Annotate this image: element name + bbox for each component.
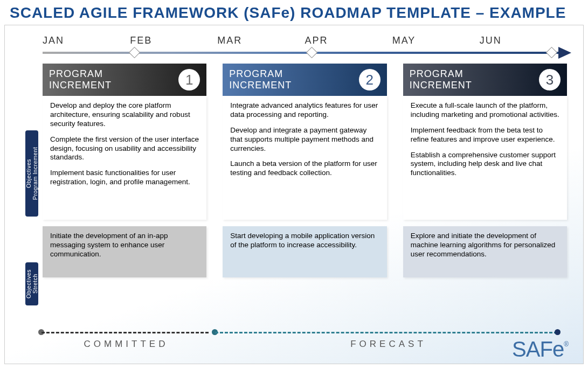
increment-header: PROGRAMINCREMENT 2 bbox=[223, 64, 386, 96]
status-row bbox=[37, 330, 562, 336]
objective-text: Develop and deploy the core platform arc… bbox=[50, 101, 199, 129]
objectives-box: Integrate advanced analytics features fo… bbox=[223, 96, 386, 220]
stretch-box: Explore and initiate the development of … bbox=[403, 226, 567, 277]
status-forecast-label: FORECAST bbox=[215, 339, 562, 350]
month-label: JUN bbox=[480, 35, 567, 46]
increment-number-badge: 2 bbox=[359, 69, 381, 90]
objective-text: Execute a full-scale launch of the platf… bbox=[411, 101, 559, 120]
stretch-box: Start developing a mobile application ve… bbox=[223, 226, 386, 277]
month-label: MAY bbox=[392, 35, 480, 46]
increment-column: PROGRAMINCREMENT 2 Integrate advanced an… bbox=[223, 64, 386, 277]
page-title: SCALED AGILE FRAMEWORK (SAFe) ROADMAP TE… bbox=[4, 4, 584, 22]
month-label: MAR bbox=[217, 35, 305, 46]
increments-row: PROGRAMINCREMENT 1 Develop and deploy th… bbox=[5, 64, 583, 277]
increment-title: PROGRAMINCREMENT bbox=[410, 68, 472, 90]
timeline-arrow bbox=[43, 45, 572, 61]
status-committed-label: COMMITTED bbox=[37, 339, 215, 350]
months-row: JAN FEB MAR APR MAY JUN bbox=[5, 25, 583, 46]
objectives-box: Execute a full-scale launch of the platf… bbox=[403, 96, 567, 220]
increment-column: PROGRAMINCREMENT 1 Develop and deploy th… bbox=[43, 64, 206, 277]
objective-text: Develop and integrate a payment gateway … bbox=[230, 126, 379, 154]
month-label: APR bbox=[305, 35, 392, 46]
increment-title: PROGRAMINCREMENT bbox=[229, 68, 292, 90]
increment-header: PROGRAMINCREMENT 3 bbox=[403, 64, 567, 96]
increment-number-badge: 3 bbox=[539, 69, 561, 90]
forecast-line bbox=[215, 332, 557, 333]
safe-logo: SAFe® bbox=[512, 337, 568, 361]
arrow-head-icon bbox=[558, 47, 571, 59]
objectives-box: Develop and deploy the core platform arc… bbox=[43, 96, 206, 220]
status-labels: COMMITTED FORECAST bbox=[37, 339, 562, 350]
objective-text: Integrate advanced analytics features fo… bbox=[230, 101, 379, 120]
month-label: FEB bbox=[130, 35, 217, 46]
objective-text: Establish a comprehensive customer suppo… bbox=[411, 151, 559, 178]
increment-title: PROGRAMINCREMENT bbox=[49, 68, 112, 90]
objective-text: Launch a beta version of the platform fo… bbox=[230, 159, 379, 178]
objective-text: Implement feedback from the beta test to… bbox=[411, 126, 559, 144]
diamond-milestone-icon bbox=[546, 47, 557, 58]
roadmap-frame: JAN FEB MAR APR MAY JUN Program Incremen… bbox=[4, 25, 584, 364]
diamond-milestone-icon bbox=[129, 47, 140, 58]
timeline-line bbox=[43, 52, 559, 54]
diamond-milestone-icon bbox=[306, 47, 317, 58]
stretch-box: Initiate the development of an in-app me… bbox=[43, 226, 206, 277]
committed-line bbox=[41, 332, 209, 333]
increment-number-badge: 1 bbox=[178, 69, 200, 90]
side-label-objectives: Program Increment Objectives bbox=[25, 130, 38, 217]
increment-column: PROGRAMINCREMENT 3 Execute a full-scale … bbox=[403, 64, 567, 277]
month-label: JAN bbox=[43, 35, 130, 46]
status-dot-icon bbox=[555, 329, 561, 335]
side-label-stretch: Stretch Objectives bbox=[25, 262, 38, 305]
objective-text: Implement basic functionalities for user… bbox=[50, 169, 199, 187]
objective-text: Complete the first version of the user i… bbox=[50, 135, 199, 163]
increment-header: PROGRAMINCREMENT 1 bbox=[43, 64, 206, 96]
